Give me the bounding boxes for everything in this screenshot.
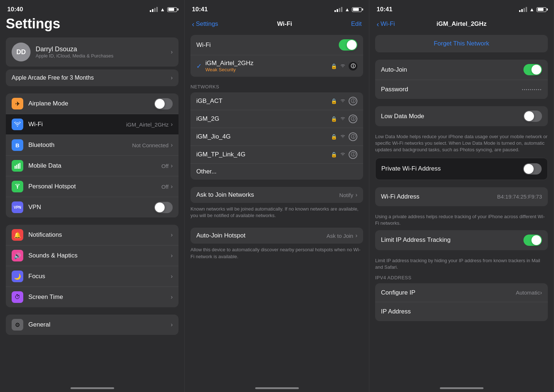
arcade-chevron-icon: ›: [171, 75, 173, 81]
wifi-status-icon-1: ▲: [160, 7, 165, 12]
detail-back-button[interactable]: ‹ Wi-Fi: [377, 20, 395, 28]
private-wifi-description: Using a private address helps reduce tra…: [369, 213, 554, 230]
general-chevron-icon: ›: [171, 321, 173, 328]
screen-time-icon: ⏱: [12, 291, 23, 303]
limit-ip-description: Limit IP address tracking by hiding your…: [369, 257, 554, 275]
mobile-data-value: Off: [161, 163, 169, 169]
back-chevron-icon: ‹: [192, 20, 194, 28]
network-igm-tp[interactable]: iGM_TP_Link_4G 🔒 ⓘ: [190, 146, 363, 164]
forget-row[interactable]: Forget This Network: [375, 35, 548, 52]
auto-join-detail-row[interactable]: Auto-Join: [375, 60, 548, 80]
screen-time-row[interactable]: ⏱ Screen Time ›: [6, 287, 178, 307]
notifications-row[interactable]: 🔔 Notifications ›: [6, 225, 178, 245]
limit-ip-label: Limit IP Address Tracking: [381, 236, 523, 244]
wifi-nav-bar: ‹ Settings Wi-Fi Edit: [185, 16, 369, 32]
auto-join-detail-toggle[interactable]: [523, 64, 542, 75]
wifi-connected-info: iGM_Airtel_2GHz Weak Security: [205, 60, 331, 72]
mobile-data-label: Mobile Data: [28, 162, 161, 169]
focus-label: Focus: [28, 273, 171, 280]
svg-rect-0: [15, 166, 16, 169]
wifi-value: iGM_Airtel_2GHz: [126, 121, 169, 128]
hotspot-value: Off: [161, 184, 169, 190]
info-button-igm2g[interactable]: ⓘ: [349, 115, 357, 123]
hotspot-row[interactable]: Personal Hotspot Off ›: [6, 176, 178, 197]
detail-content: Forget This Network Auto-Join Password •…: [369, 32, 554, 392]
info-button-igb[interactable]: ⓘ: [349, 97, 357, 105]
battery-icon-3: [537, 7, 546, 12]
network-igb-icons: 🔒 ⓘ: [331, 97, 357, 105]
info-button-jio[interactable]: ⓘ: [349, 132, 357, 141]
signal-icon-2: [334, 7, 342, 12]
ip-address-label: IP Address: [381, 308, 542, 315]
configure-ip-row[interactable]: Configure IP Automatic ›: [375, 283, 548, 302]
auto-join-row[interactable]: Auto-Join Hotspot Ask to Join ›: [190, 228, 363, 244]
bluetooth-chevron-icon: ›: [171, 142, 173, 148]
wifi-toggle-row[interactable]: Wi-Fi: [190, 35, 363, 55]
settings-panel: 10:40 ▲ Settings DD Darryl Dsouza Apple …: [0, 0, 185, 392]
wifi-connected-row[interactable]: ✓ iGM_Airtel_2GHz Weak Security 🔒 ⓘ: [190, 55, 363, 77]
vpn-toggle[interactable]: [154, 202, 173, 213]
wifi-label: Wi-Fi: [28, 121, 126, 128]
configure-ip-label: Configure IP: [381, 289, 516, 296]
ask-join-row[interactable]: Ask to Join Networks Notify ›: [190, 187, 363, 203]
status-icons-2: ▲: [334, 7, 362, 12]
bluetooth-row[interactable]: B Bluetooth Not Connected ›: [6, 135, 178, 156]
auto-join-chevron-icon: ›: [356, 232, 357, 239]
focus-chevron-icon: ›: [171, 273, 173, 280]
sounds-label: Sounds & Haptics: [28, 252, 171, 259]
airplane-mode-toggle[interactable]: [154, 98, 173, 109]
network-other[interactable]: Other...: [190, 164, 363, 180]
wifi-address-section: Wi-Fi Address B4:19:74:25:F9:73: [375, 187, 548, 206]
network-name-igm-2g: iGM_2G: [196, 115, 331, 123]
airplane-mode-row[interactable]: ✈ Airplane Mode: [6, 93, 178, 114]
wifi-main-toggle[interactable]: [339, 39, 357, 51]
arcade-row[interactable]: Apple Arcade Free for 3 Months ›: [6, 69, 178, 86]
ip-address-row: IP Address: [375, 302, 548, 321]
sounds-row[interactable]: 🔊 Sounds & Haptics ›: [6, 245, 178, 266]
networks-section-label: NETWORKS: [185, 84, 369, 89]
wifi-status-icon-3: ▲: [529, 7, 534, 12]
network-igm-2g[interactable]: iGM_2G 🔒 ⓘ: [190, 110, 363, 128]
status-icons-1: ▲: [150, 7, 177, 12]
hotspot-chevron-icon: ›: [171, 183, 173, 190]
low-data-toggle[interactable]: [523, 111, 542, 122]
vpn-row[interactable]: VPN VPN: [6, 197, 178, 217]
screen-time-label: Screen Time: [28, 293, 171, 301]
network-igb-act[interactable]: iGB_ACT 🔒 ⓘ: [190, 92, 363, 110]
low-data-row[interactable]: Low Data Mode: [375, 106, 548, 126]
profile-row[interactable]: DD Darryl Dsouza Apple ID, iCloud, Media…: [6, 37, 178, 67]
mobile-data-row[interactable]: Mobile Data Off ›: [6, 156, 178, 176]
wifi-edit-button[interactable]: Edit: [351, 20, 362, 28]
general-label: General: [28, 321, 171, 328]
wifi-row[interactable]: Wi-Fi iGM_Airtel_2GHz ›: [6, 114, 178, 135]
status-time-2: 10:41: [192, 6, 208, 13]
wifi-content: Wi-Fi ✓ iGM_Airtel_2GHz Weak Security 🔒 …: [185, 32, 369, 392]
bluetooth-icon: B: [12, 139, 23, 151]
limit-ip-row[interactable]: Limit IP Address Tracking: [375, 230, 548, 250]
general-row[interactable]: ⚙ General ›: [6, 315, 178, 335]
limit-ip-toggle[interactable]: [523, 235, 542, 246]
private-wifi-toggle[interactable]: [523, 163, 542, 175]
focus-row[interactable]: 🌙 Focus ›: [6, 266, 178, 287]
svg-rect-2: [18, 164, 19, 169]
auto-join-value: Ask to Join: [326, 233, 353, 239]
wifi-back-button[interactable]: ‹ Settings: [192, 20, 218, 28]
wifi-icon-jio: [340, 133, 346, 140]
auto-join-password-section: Auto-Join Password ••••••••••: [375, 60, 548, 99]
wifi-back-label: Settings: [196, 20, 218, 28]
wifi-address-value: B4:19:74:25:F9:73: [497, 193, 542, 200]
wifi-info-button[interactable]: ⓘ: [349, 62, 357, 71]
password-detail-row[interactable]: Password ••••••••••: [375, 80, 548, 99]
password-detail-label: Password: [381, 86, 522, 93]
bluetooth-value: Not Connected: [132, 142, 169, 148]
svg-rect-1: [16, 165, 17, 169]
notifications-label: Notifications: [28, 231, 171, 239]
forget-section: Forget This Network: [375, 35, 548, 52]
wifi-status-icon-2: ▲: [345, 7, 350, 12]
network-igm-jio[interactable]: iGM_Jio_4G 🔒 ⓘ: [190, 128, 363, 146]
airplane-mode-label: Airplane Mode: [28, 100, 154, 107]
info-button-tp[interactable]: ⓘ: [349, 150, 357, 159]
wifi-toggle-section: Wi-Fi ✓ iGM_Airtel_2GHz Weak Security 🔒 …: [190, 35, 363, 77]
forget-label: Forget This Network: [434, 40, 489, 47]
private-wifi-row[interactable]: Private Wi-Fi Address: [376, 158, 547, 180]
